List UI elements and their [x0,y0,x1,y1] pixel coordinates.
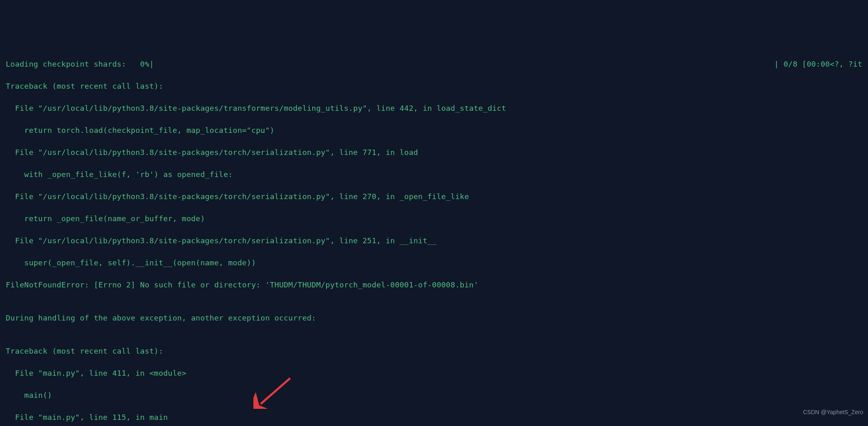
progress-bar-empty [154,58,774,70]
traceback-line: File "/usr/local/lib/python3.8/site-pack… [6,103,862,114]
traceback-line: File "/usr/local/lib/python3.8/site-pack… [6,147,862,158]
traceback-line: File "/usr/local/lib/python3.8/site-pack… [6,235,862,246]
traceback-line: Traceback (most recent call last): [6,345,862,356]
terminal-output: Loading checkpoint shards: 0%|| 0/8 [00:… [6,47,862,426]
traceback-line: File "main.py", line 411, in <module> [6,368,862,379]
traceback-line: return torch.load(checkpoint_file, map_l… [6,125,862,136]
progress-label-right: | 0/8 [00:00<?, ?it [774,58,862,70]
traceback-line: File "main.py", line 115, in main [6,412,862,423]
traceback-line: File "/usr/local/lib/python3.8/site-pack… [6,191,862,202]
traceback-line: return _open_file(name_or_buffer, mode) [6,213,862,224]
traceback-line: super(_open_file, self).__init__(open(na… [6,257,862,268]
progress-label-left: Loading checkpoint shards: 0%| [6,58,154,70]
traceback-line: main() [6,390,862,401]
error-line: FileNotFoundError: [Errno 2] No such fil… [6,279,862,290]
watermark-text: CSDN @YaphetS_Zero [803,407,863,418]
traceback-line: Traceback (most recent call last): [6,81,862,92]
progress-line: Loading checkpoint shards: 0%|| 0/8 [00:… [6,58,862,70]
traceback-line: with _open_file_like(f, 'rb') as opened_… [6,169,862,180]
exception-chain-line: During handling of the above exception, … [6,312,862,323]
